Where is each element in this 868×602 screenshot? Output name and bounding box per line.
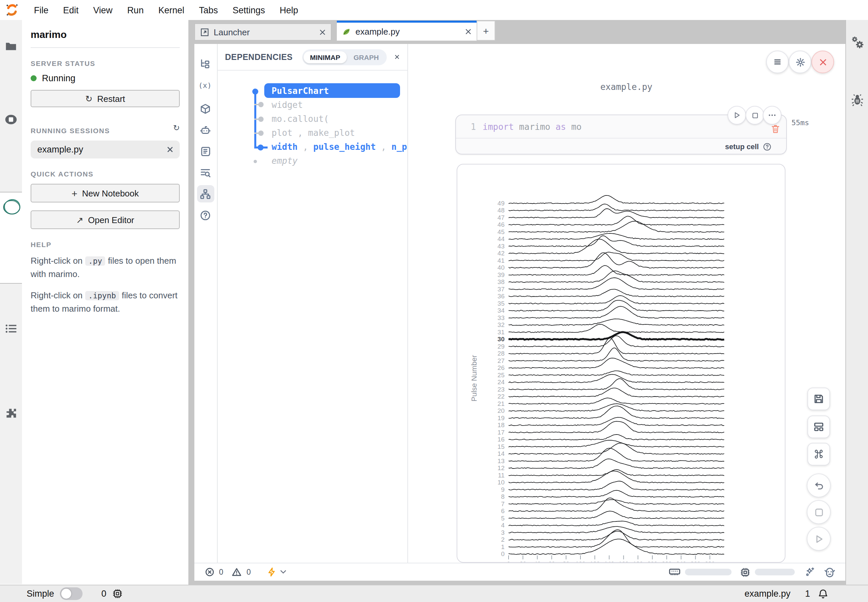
- notebook-menu-button[interactable]: [766, 51, 789, 73]
- cell-footer: setup cell: [456, 138, 786, 155]
- close-icon: [819, 58, 827, 66]
- stop-all-button[interactable]: [807, 500, 831, 524]
- restart-button[interactable]: ↻ Restart: [31, 90, 180, 107]
- help-circle-icon[interactable]: [200, 210, 211, 221]
- menu-file[interactable]: File: [27, 5, 56, 15]
- cell-more-button[interactable]: [763, 106, 782, 124]
- notebook-status-bar: 0 0: [194, 563, 845, 581]
- marimo-ring-logo[interactable]: [2, 197, 22, 217]
- svg-text:20: 20: [498, 407, 505, 414]
- puzzle-icon[interactable]: [5, 407, 17, 419]
- svg-text:39: 39: [498, 271, 505, 278]
- tree-item-plot[interactable]: plot , make_plot: [271, 128, 355, 138]
- tree-item-width-vars[interactable]: width , pulse_height , n_poi: [271, 142, 408, 152]
- bell-icon[interactable]: [818, 588, 828, 599]
- menu-kernel[interactable]: Kernel: [151, 5, 192, 15]
- command-icon: [813, 449, 824, 459]
- close-session-icon[interactable]: [167, 146, 173, 152]
- warning-count: 0: [247, 568, 251, 576]
- menu-run[interactable]: Run: [120, 5, 151, 15]
- close-panel-icon[interactable]: [395, 53, 399, 61]
- tab-example-py[interactable]: example.py: [337, 21, 477, 41]
- bug-icon[interactable]: [851, 93, 864, 106]
- warnings-icon[interactable]: [232, 567, 242, 577]
- simple-mode-toggle[interactable]: [60, 587, 83, 600]
- stop-cell-button[interactable]: [745, 106, 764, 124]
- toggle-minimap[interactable]: MINIMAP: [303, 51, 347, 63]
- command-palette-button[interactable]: [807, 443, 830, 465]
- tree-item-widget[interactable]: widget: [271, 100, 303, 110]
- kernel-count: 0: [101, 589, 106, 599]
- menu-settings[interactable]: Settings: [225, 5, 273, 15]
- hamburger-icon: [773, 57, 782, 67]
- svg-text:30: 30: [498, 336, 505, 342]
- setup-help-icon[interactable]: [763, 142, 771, 151]
- stop-icon: [814, 508, 823, 516]
- close-tab-icon[interactable]: [319, 29, 325, 35]
- notebook-icon-strip: (x): [194, 44, 218, 563]
- dependencies-header: DEPENDENCIES MINIMAP GRAPH: [217, 44, 407, 71]
- open-editor-button[interactable]: ↗ Open Editor: [31, 210, 180, 229]
- stop-circle-icon[interactable]: [5, 113, 17, 126]
- svg-text:2: 2: [501, 536, 505, 543]
- svg-text:29: 29: [498, 343, 505, 350]
- new-tab-button[interactable]: +: [477, 21, 495, 41]
- menu-edit[interactable]: Edit: [56, 5, 86, 15]
- menu-view[interactable]: View: [86, 5, 120, 15]
- new-notebook-button[interactable]: + New Notebook: [31, 184, 180, 203]
- play-icon: [814, 534, 823, 543]
- chip-icon[interactable]: [112, 589, 123, 599]
- package-icon[interactable]: [200, 103, 211, 115]
- svg-text:8: 8: [501, 493, 505, 500]
- chevron-down-icon[interactable]: [280, 570, 286, 574]
- save-button[interactable]: [807, 388, 830, 410]
- run-cell-button[interactable]: [728, 106, 746, 124]
- tree-node-dot: [253, 160, 257, 163]
- search-list-icon[interactable]: [200, 167, 211, 178]
- svg-text:12: 12: [498, 464, 505, 471]
- layout-button[interactable]: [807, 416, 830, 438]
- notebook-shutdown-button[interactable]: [811, 51, 834, 73]
- menu-help[interactable]: Help: [272, 5, 305, 15]
- ellipsis-icon: [768, 114, 776, 117]
- close-tab-icon[interactable]: [465, 29, 471, 35]
- svg-text:25: 25: [498, 372, 505, 379]
- copilot-icon[interactable]: [824, 567, 835, 577]
- tree-item-pulsarchart[interactable]: PulsarChart: [264, 83, 400, 98]
- svg-text:21: 21: [498, 400, 505, 407]
- tree-item-callout[interactable]: mo.callout(: [271, 114, 329, 124]
- bottom-status-bar: Simple 0 example.py 1: [0, 585, 868, 602]
- run-all-button[interactable]: [807, 527, 831, 551]
- tree-item-empty[interactable]: empty: [271, 156, 298, 166]
- session-name: example.py: [37, 144, 83, 155]
- scroll-icon[interactable]: [200, 146, 211, 157]
- list-icon[interactable]: [5, 322, 17, 335]
- svg-text:35: 35: [498, 300, 505, 307]
- undo-button[interactable]: [807, 473, 831, 498]
- delete-cell-icon[interactable]: [771, 124, 780, 134]
- tree-node-dot: [252, 88, 258, 94]
- pulsar-ridgeline-chart: Pulse Number0123456789101112131415161718…: [463, 168, 770, 563]
- errors-icon[interactable]: [205, 567, 214, 577]
- svg-text:22: 22: [498, 393, 505, 400]
- refresh-sessions-icon[interactable]: ↻: [173, 123, 180, 132]
- svg-text:38: 38: [498, 278, 505, 286]
- leaf-icon: [342, 27, 351, 36]
- marimo-logo-icon: [5, 3, 18, 17]
- svg-text:18: 18: [498, 422, 505, 428]
- robot-icon[interactable]: [200, 124, 211, 136]
- svg-text:16: 16: [498, 436, 505, 443]
- toggle-graph[interactable]: GRAPH: [347, 51, 385, 63]
- network-icon[interactable]: [200, 189, 211, 200]
- tab-launcher[interactable]: Launcher: [194, 23, 331, 41]
- gears-icon[interactable]: [850, 35, 865, 51]
- notebook-settings-button[interactable]: [789, 51, 811, 73]
- variables-icon[interactable]: (x): [198, 81, 212, 90]
- file-tree-icon[interactable]: [200, 58, 211, 70]
- menu-tabs[interactable]: Tabs: [192, 5, 225, 15]
- session-item[interactable]: example.py: [31, 141, 180, 158]
- ai-sparkle-icon[interactable]: [805, 567, 816, 577]
- lightning-icon[interactable]: [268, 567, 276, 577]
- memory-icon: [669, 568, 680, 576]
- folder-icon[interactable]: [5, 40, 17, 52]
